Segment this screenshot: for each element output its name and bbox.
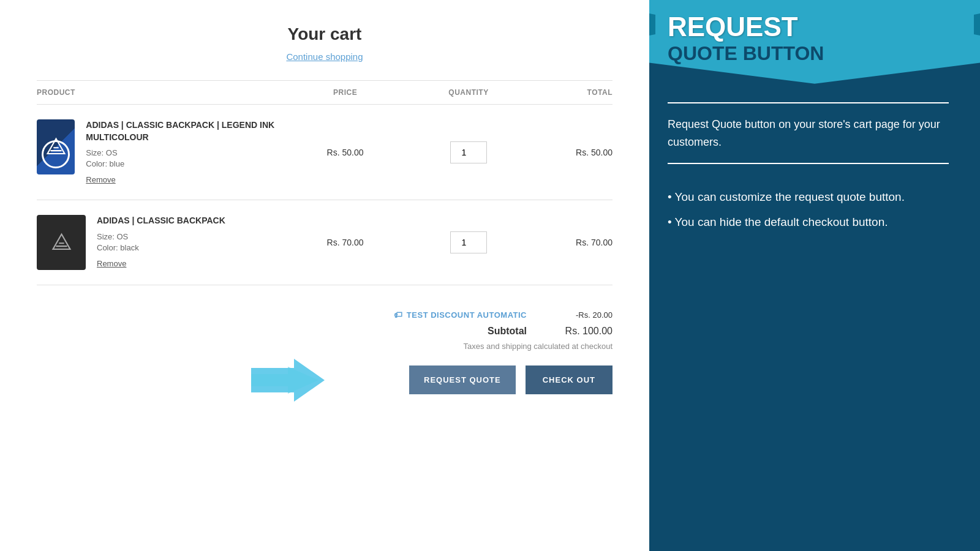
request-quote-button[interactable]: REQUEST QUOTE — [409, 365, 516, 394]
subtotal-row: Subtotal Rs. 100.00 — [37, 326, 612, 337]
remove-item-1-link[interactable]: Remove — [86, 175, 115, 184]
tax-note: Taxes and shipping calculated at checkou… — [37, 342, 612, 351]
discount-label: 🏷 TEST DISCOUNT AUTOMATIC — [394, 310, 527, 320]
feature-item-1: • You can customize the request quote bu… — [668, 189, 905, 206]
discount-row: 🏷 TEST DISCOUNT AUTOMATIC -Rs. 20.00 — [37, 310, 612, 320]
right-description: Request Quote button on your store's car… — [649, 103, 980, 163]
item-image-2 — [37, 215, 86, 270]
discount-text: TEST DISCOUNT AUTOMATIC — [407, 310, 527, 320]
quantity-input-2[interactable] — [450, 231, 487, 253]
checkout-button[interactable]: CHECK OUT — [526, 365, 612, 394]
item-details-1: ADIDAS | CLASSIC BACKPACK | LEGEND INK M… — [86, 119, 284, 185]
arrow-indicator — [251, 356, 325, 405]
cart-header: PRODUCT PRICE QUANTITY TOTAL — [37, 80, 612, 105]
cart-section: Your cart Continue shopping PRODUCT PRIC… — [0, 0, 649, 551]
banner-title-line1: REQUEST — [668, 12, 962, 42]
item-details-2: ADIDAS | CLASSIC BACKPACK Size: OS Color… — [97, 215, 225, 269]
header-total: TOTAL — [530, 88, 612, 97]
arrow-svg — [251, 356, 325, 405]
item-color-2: Color: black — [97, 243, 225, 252]
right-panel: REQUEST QUOTE BUTTON Request Quote butto… — [649, 0, 980, 551]
quantity-input-1[interactable] — [450, 141, 487, 163]
right-divider-2 — [668, 163, 949, 164]
discount-amount: -Rs. 20.00 — [564, 310, 612, 320]
subtotal-label: Subtotal — [488, 326, 527, 337]
header-product: PRODUCT — [37, 88, 284, 97]
svg-marker-4 — [53, 234, 70, 249]
item-price-2: Rs. 70.00 — [284, 238, 407, 247]
cart-item-2: ADIDAS | CLASSIC BACKPACK Size: OS Color… — [37, 200, 612, 285]
subtotal-amount: Rs. 100.00 — [564, 326, 612, 337]
cart-item: ADIDAS | CLASSIC BACKPACK | LEGEND INK M… — [37, 105, 612, 200]
item-product-1: ADIDAS | CLASSIC BACKPACK | LEGEND INK M… — [37, 119, 284, 185]
header-quantity: QUANTITY — [407, 88, 530, 97]
item-name-2: ADIDAS | CLASSIC BACKPACK — [97, 215, 225, 227]
item-name-1: ADIDAS | CLASSIC BACKPACK | LEGEND INK M… — [86, 119, 284, 143]
banner-title-line2: QUOTE BUTTON — [668, 42, 962, 65]
item-total-2: Rs. 70.00 — [530, 238, 612, 247]
continue-shopping-link[interactable]: Continue shopping — [37, 51, 612, 62]
item-product-2: ADIDAS | CLASSIC BACKPACK Size: OS Color… — [37, 215, 284, 270]
svg-marker-0 — [47, 138, 64, 154]
banner-ribbon-right — [974, 12, 980, 37]
cart-title: Your cart — [37, 24, 612, 44]
adidas-logo-1 — [45, 137, 67, 158]
adidas-logo-2 — [51, 232, 72, 253]
cart-actions: REQUEST QUOTE CHECK OUT — [37, 365, 612, 394]
remove-item-2-link[interactable]: Remove — [97, 259, 126, 268]
item-quantity-2 — [407, 231, 530, 253]
item-color-1: Color: blue — [86, 159, 284, 168]
item-image-1 — [37, 119, 75, 174]
cart-summary: 🏷 TEST DISCOUNT AUTOMATIC -Rs. 20.00 Sub… — [37, 300, 612, 394]
item-quantity-1 — [407, 141, 530, 163]
item-total-1: Rs. 50.00 — [530, 148, 612, 157]
feature-item-2: • You can hide the default checkout butt… — [668, 214, 905, 231]
tag-icon: 🏷 — [394, 310, 403, 320]
item-size-2: Size: OS — [97, 232, 225, 241]
header-price: PRICE — [284, 88, 407, 97]
right-features: • You can customize the request quote bu… — [649, 176, 923, 250]
right-banner: REQUEST QUOTE BUTTON — [649, 0, 980, 84]
item-price-1: Rs. 50.00 — [284, 148, 407, 157]
item-size-1: Size: OS — [86, 148, 284, 157]
